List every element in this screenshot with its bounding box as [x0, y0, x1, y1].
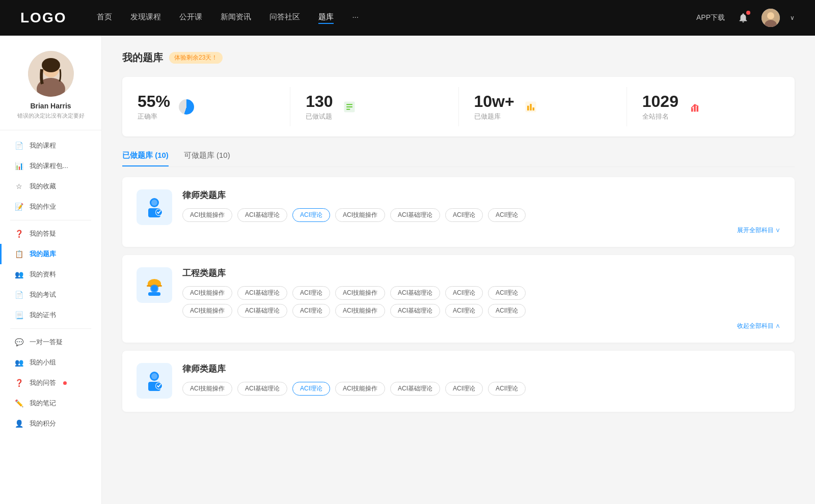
- courses-icon: 📄: [14, 142, 23, 150]
- exams-icon: 📄: [14, 291, 23, 299]
- tag[interactable]: ACI技能操作: [335, 286, 385, 300]
- tags-row-engineer-1-r2: ACI技能操作 ACI基础理论 ACI理论 ACI技能操作 ACI基础理论 AC…: [182, 304, 780, 318]
- sidebar-item-my-notes[interactable]: ✏️ 我的笔记: [0, 393, 101, 413]
- sidebar-item-my-packages[interactable]: 📊 我的课程包...: [0, 156, 101, 176]
- tag[interactable]: ACI技能操作: [182, 382, 232, 396]
- svg-point-1: [767, 12, 774, 19]
- tag[interactable]: ACI基础理论: [390, 382, 440, 396]
- stat-done-banks: 10w+ 已做题库: [459, 87, 627, 126]
- tags-row-engineer-1-r1: ACI技能操作 ACI基础理论 ACI理论 ACI技能操作 ACI基础理论 AC…: [182, 286, 780, 300]
- tag[interactable]: ACI理论: [488, 304, 526, 318]
- stat-accuracy-label: 正确率: [138, 112, 170, 121]
- tag[interactable]: ACI基础理论: [237, 286, 287, 300]
- sidebar-item-label: 我的问答: [30, 378, 56, 387]
- sidebar-item-my-group[interactable]: 👥 我的小组: [0, 352, 101, 373]
- tag[interactable]: ACI理论: [445, 304, 483, 318]
- sidebar-item-my-questions[interactable]: ❓ 我的问答: [0, 373, 101, 393]
- nav-more[interactable]: ···: [352, 12, 359, 24]
- tag[interactable]: ACI技能操作: [335, 208, 385, 222]
- sidebar-item-label: 一对一答疑: [30, 338, 63, 347]
- tag[interactable]: ACI技能操作: [335, 304, 385, 318]
- qbank-card-engineer-1: 工程类题库 ACI技能操作 ACI基础理论 ACI理论 ACI技能操作 ACI基…: [122, 255, 795, 343]
- sidebar-item-one-on-one[interactable]: 💬 一对一答疑: [0, 332, 101, 352]
- tag[interactable]: ACI理论: [292, 304, 330, 318]
- tag[interactable]: ACI理论: [445, 382, 483, 396]
- tag[interactable]: ACI理论: [445, 286, 483, 300]
- favorites-icon: ☆: [14, 182, 23, 190]
- tag[interactable]: ACI技能操作: [335, 382, 385, 396]
- sidebar-item-label: 我的题库: [30, 249, 56, 259]
- tag[interactable]: ACI技能操作: [182, 304, 232, 318]
- sidebar-item-my-exams[interactable]: 📄 我的考试: [0, 285, 101, 305]
- nav-home[interactable]: 首页: [97, 12, 112, 24]
- sidebar-item-my-homework[interactable]: 📝 我的作业: [0, 197, 101, 217]
- main-content: 我的题库 体验剩余23天！ 55% 正确率 130 已做试题: [102, 36, 815, 504]
- tag[interactable]: ACI理论: [488, 286, 526, 300]
- tag[interactable]: ACI理论: [488, 382, 526, 396]
- nav-qbank[interactable]: 题库: [318, 12, 334, 24]
- divider-1: [10, 220, 91, 220]
- tag[interactable]: ACI理论: [292, 286, 330, 300]
- nav-news[interactable]: 新闻资讯: [221, 12, 251, 24]
- tag-active[interactable]: ACI理论: [292, 208, 330, 222]
- qbank-title-lawyer-1: 律师类题库: [182, 189, 780, 201]
- sidebar-item-my-certs[interactable]: 📃 我的证书: [0, 305, 101, 325]
- sidebar-item-label: 我的课程: [30, 141, 56, 150]
- sidebar-item-my-qbank[interactable]: 📋 我的题库: [0, 244, 101, 264]
- qbank-card-lawyer-1: 律师类题库 ACI技能操作 ACI基础理论 ACI理论 ACI技能操作 ACI基…: [122, 177, 795, 247]
- page-title: 我的题库: [122, 51, 163, 65]
- group-icon: 👥: [14, 358, 23, 367]
- user-menu-chevron[interactable]: ∨: [790, 14, 795, 21]
- notification-button[interactable]: [735, 10, 751, 26]
- profile-motto: 错误的决定比没有决定要好: [17, 112, 85, 120]
- tag[interactable]: ACI基础理论: [237, 208, 287, 222]
- svg-rect-17: [696, 106, 698, 111]
- tag[interactable]: ACI基础理论: [237, 382, 287, 396]
- sidebar: Brian Harris 错误的决定比没有决定要好 📄 我的课程 📊 我的课程包…: [0, 36, 102, 504]
- nav-qa[interactable]: 问答社区: [269, 12, 300, 24]
- tab-done[interactable]: 已做题库 (10): [122, 151, 169, 166]
- expand-link-lawyer-1[interactable]: 展开全部科目 ∨: [182, 226, 780, 235]
- stat-done-q-value: 130: [306, 92, 333, 111]
- nav-discover[interactable]: 发现课程: [130, 12, 161, 24]
- done-banks-icon: [522, 98, 540, 116]
- tag[interactable]: ACI理论: [488, 208, 526, 222]
- svg-rect-12: [527, 105, 529, 110]
- tag[interactable]: ACI基础理论: [237, 304, 287, 318]
- sidebar-item-label: 我的收藏: [30, 182, 56, 191]
- logo: LOGO: [20, 10, 66, 26]
- notes-icon: ✏️: [14, 399, 23, 407]
- tag[interactable]: ACI技能操作: [182, 208, 232, 222]
- sidebar-item-my-courses[interactable]: 📄 我的课程: [0, 135, 101, 156]
- sidebar-item-my-data[interactable]: 👥 我的资料: [0, 264, 101, 285]
- user-avatar[interactable]: [762, 9, 780, 27]
- stat-ranking: 1029 全站排名: [627, 87, 795, 126]
- qbank-title-engineer-1: 工程类题库: [182, 267, 780, 279]
- app-download-link[interactable]: APP下载: [696, 13, 725, 22]
- tag[interactable]: ACI基础理论: [390, 304, 440, 318]
- tag-active[interactable]: ACI理论: [292, 382, 330, 396]
- tab-available[interactable]: 可做题库 (10): [184, 151, 230, 166]
- collapse-link-engineer-1[interactable]: 收起全部科目 ∧: [182, 322, 780, 330]
- svg-rect-28: [148, 292, 160, 296]
- tag[interactable]: ACI基础理论: [390, 208, 440, 222]
- sidebar-item-my-points[interactable]: 👤 我的积分: [0, 413, 101, 434]
- packages-icon: 📊: [14, 162, 23, 170]
- tag[interactable]: ACI基础理论: [390, 286, 440, 300]
- svg-rect-15: [691, 108, 693, 111]
- tag[interactable]: ACI理论: [445, 208, 483, 222]
- sidebar-item-my-qa[interactable]: ❓ 我的答疑: [0, 223, 101, 244]
- tabs-row: 已做题库 (10) 可做题库 (10): [122, 151, 795, 167]
- tag[interactable]: ACI技能操作: [182, 286, 232, 300]
- svg-point-20: [151, 200, 157, 206]
- sidebar-item-my-favorites[interactable]: ☆ 我的收藏: [0, 176, 101, 197]
- navbar-right: APP下载 ∨: [696, 9, 795, 27]
- ranking-icon: [686, 98, 704, 116]
- questions-red-dot: [63, 381, 67, 385]
- nav-openclass[interactable]: 公开课: [179, 12, 202, 24]
- stat-done-banks-value: 10w+: [474, 92, 514, 111]
- qa-icon: ❓: [14, 230, 23, 238]
- one-on-one-icon: 💬: [14, 338, 23, 346]
- questions-icon: ❓: [14, 379, 23, 387]
- divider-2: [10, 328, 91, 329]
